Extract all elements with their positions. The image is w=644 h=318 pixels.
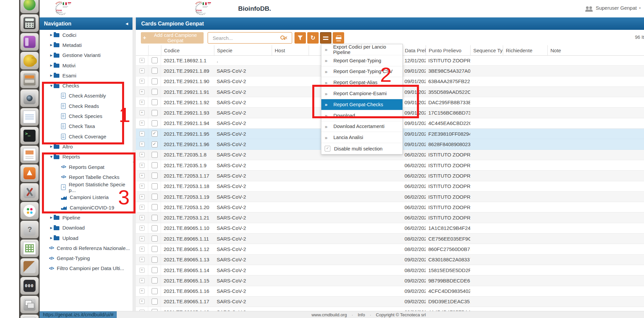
print-button[interactable]	[333, 32, 344, 44]
expand-row-icon[interactable]: +	[140, 89, 145, 94]
expand-row-icon[interactable]: +	[140, 205, 145, 210]
sidebar-item-metadati[interactable]: ▶Metadati	[40, 40, 132, 50]
dock-icon-jar-app[interactable]	[20, 314, 39, 318]
sidebar-item-report-tabelle-checks[interactable]: </>Report Tabelle Checks	[40, 172, 132, 182]
actions-menu-button[interactable]	[320, 32, 331, 44]
row-checkbox[interactable]	[152, 204, 158, 210]
sidebar-item-gestione-varianti[interactable]: ▶Gestione Varianti	[40, 50, 132, 60]
expand-row-icon[interactable]: +	[140, 184, 145, 189]
dock-icon-writer-document-app[interactable]	[20, 108, 39, 126]
sidebar-item-centro-di-referenza-nazionale[interactable]: </>Centro di Referenza Nazionale...	[40, 243, 132, 253]
row-checkbox[interactable]	[152, 257, 158, 263]
column-header-data-preli[interactable]: Data Preli...	[402, 45, 426, 55]
dock-icon-terminal-app[interactable]	[20, 127, 39, 145]
table-row[interactable]: +2021.TE.72053.1.20SARS-CoV-206/02/2021I…	[136, 202, 644, 212]
table-row[interactable]: +2021.TE.72035.1.9SARS-CoV-206/02/2021IS…	[136, 160, 644, 171]
sidebar-item-check-coverage[interactable]: Check Coverage	[40, 131, 132, 141]
expand-row-icon[interactable]: +	[140, 100, 145, 105]
info-link[interactable]: Info	[358, 312, 365, 317]
sidebar-item-check-reads[interactable]: Check Reads	[40, 101, 132, 111]
dock-icon-card-file-app[interactable]	[20, 70, 39, 88]
dock-icon-presentation-app[interactable]	[20, 145, 39, 164]
sidebar-item-genpat-typing[interactable]: </>Genpat-Typing	[40, 253, 132, 263]
sidebar-item-reports-genpat[interactable]: </>Reports Genpat	[40, 162, 132, 172]
row-checkbox[interactable]	[152, 288, 158, 294]
table-row[interactable]: +2021.TE.89065.1.10SARS-CoV-206/02/20211…	[136, 223, 644, 234]
table-row[interactable]: +2021.TE.72053.1.21SARS-CoV-206/02/2021I…	[136, 212, 644, 223]
table-row[interactable]: +2021.TE.72053.1.17SARS-CoV-206/02/2021I…	[136, 171, 644, 181]
panel-splitter[interactable]: ◂	[132, 17, 136, 311]
sidebar-item-check-assembly[interactable]: Check Assembly	[40, 91, 132, 101]
search-input[interactable]	[208, 35, 279, 41]
sidebar-item-campioni-listeria[interactable]: Campioni Listeria	[40, 192, 132, 202]
menu-item-download-accertamenti[interactable]: »Download Accertamenti	[321, 121, 402, 132]
dock-icon-dice-app[interactable]	[20, 277, 39, 295]
expand-row-icon[interactable]: +	[140, 268, 145, 273]
row-checkbox[interactable]	[152, 68, 158, 74]
row-checkbox[interactable]	[152, 99, 158, 105]
dock-icon-messenger-app[interactable]	[20, 202, 39, 220]
row-checkbox[interactable]	[152, 225, 158, 231]
table-row[interactable]: +2021.TE.72053.1.19SARS-CoV-206/02/2021I…	[136, 192, 644, 202]
sidebar-item-report-statistiche-specie-p[interactable]: Report Statistiche Specie p...	[40, 182, 132, 192]
dock-icon-spreadsheet-app[interactable]	[20, 239, 39, 257]
sidebar-item-checks[interactable]: ▼Checks	[40, 80, 132, 90]
table-row[interactable]: +2021.TE.89065.1.12SARS-CoV-208/02/20218…	[136, 244, 644, 254]
table-row[interactable]: +2021.TE.89065.1.13SARS-CoV-209/02/2021C…	[136, 255, 644, 265]
menu-item-report-genpat-alias[interactable]: »Report Genpat-Alias	[321, 77, 402, 88]
dock-icon-camera-app[interactable]	[20, 89, 39, 107]
dock-icon-screen-recorder-app[interactable]	[20, 33, 39, 51]
column-header-specie[interactable]: Specie	[214, 45, 272, 55]
dock-icon-help-app[interactable]	[20, 220, 39, 239]
expand-row-icon[interactable]: +	[140, 236, 145, 241]
expand-row-icon[interactable]: +	[140, 194, 145, 199]
menu-item-disable-multi-selection[interactable]: ✓Disable multi selection	[321, 143, 402, 154]
cmdbuild-link[interactable]: www.cmdbuild.org	[312, 312, 347, 317]
add-card-button[interactable]: + Add card Campione Genpat	[141, 32, 204, 44]
column-header-codice[interactable]: Codice	[161, 45, 214, 55]
menu-item-download[interactable]: »Download	[321, 110, 402, 121]
sidebar-item-upload[interactable]: ▶Upload	[40, 233, 132, 243]
splitter-collapse-icon[interactable]: ◂	[133, 160, 135, 164]
expand-row-icon[interactable]: +	[140, 289, 145, 294]
table-row[interactable]: +2021.TE.89065.1.15SARS-CoV-209/02/20219…	[136, 275, 644, 286]
menu-item-report-genpat-typing-csv[interactable]: »Report Genpat-Typing CSV	[321, 66, 402, 77]
menu-item-report-campione-esami[interactable]: »Report Campione-Esami	[321, 88, 402, 99]
row-checkbox[interactable]	[152, 236, 158, 242]
sidebar-item-motivi[interactable]: ▶Motivi	[40, 60, 132, 70]
row-checkbox[interactable]	[152, 194, 158, 200]
expand-row-icon[interactable]: +	[140, 68, 145, 73]
expand-row-icon[interactable]: +	[140, 152, 145, 157]
collapse-panel-icon[interactable]: ◀	[125, 22, 128, 25]
column-header-punto-prelievo[interactable]: Punto Prelievo	[426, 45, 470, 55]
row-checkbox[interactable]	[152, 215, 158, 221]
menu-item-lancia-analisi[interactable]: »Lancia Analisi	[321, 132, 402, 143]
table-row[interactable]: +2021.TE.89065.1.11SARS-CoV-208/02/2021C…	[136, 234, 644, 244]
row-checkbox[interactable]	[152, 110, 158, 116]
expand-row-icon[interactable]: +	[140, 299, 145, 304]
expand-row-icon[interactable]: +	[140, 226, 145, 231]
expand-row-icon[interactable]: +	[140, 278, 145, 283]
expand-row-icon[interactable]: +	[140, 173, 145, 178]
row-checkbox[interactable]	[152, 299, 158, 305]
dock-icon-tools-app[interactable]	[20, 183, 39, 201]
table-row[interactable]: +2021.TE.89065.1.17SARS-CoV-209/02/2021D…	[136, 297, 644, 307]
expand-row-icon[interactable]: +	[140, 110, 145, 115]
dock-icon-alert-folder-app[interactable]	[20, 164, 39, 182]
sidebar-item-pipeline[interactable]: ▶Pipeline	[40, 212, 132, 222]
filter-button[interactable]	[294, 32, 306, 44]
dock-icon-window-switcher-app[interactable]	[20, 296, 39, 314]
row-checkbox[interactable]	[152, 267, 158, 273]
search-icon[interactable]	[280, 35, 281, 41]
column-header-richiedente[interactable]: Richiedente	[503, 45, 547, 55]
refresh-button[interactable]: ↻	[307, 32, 319, 44]
sidebar-item-codici[interactable]: ▶Codici	[40, 30, 132, 40]
dock-icon-green-sphere-app[interactable]	[20, 0, 39, 13]
expand-row-icon[interactable]: +	[140, 163, 145, 168]
sidebar-item-filtro-campioni-per-data-ulti[interactable]: </>Filtro Campioni per Data Ulti...	[40, 263, 132, 273]
sidebar-item-esami[interactable]: ▶Esami	[40, 70, 132, 80]
row-checkbox[interactable]	[152, 89, 158, 95]
expand-row-icon[interactable]: +	[140, 247, 145, 252]
table-row[interactable]: +2021.TE.89065.1.14SARS-CoV-208/02/20211…	[136, 265, 644, 275]
sidebar-item-check-species[interactable]: Check Species	[40, 111, 132, 121]
